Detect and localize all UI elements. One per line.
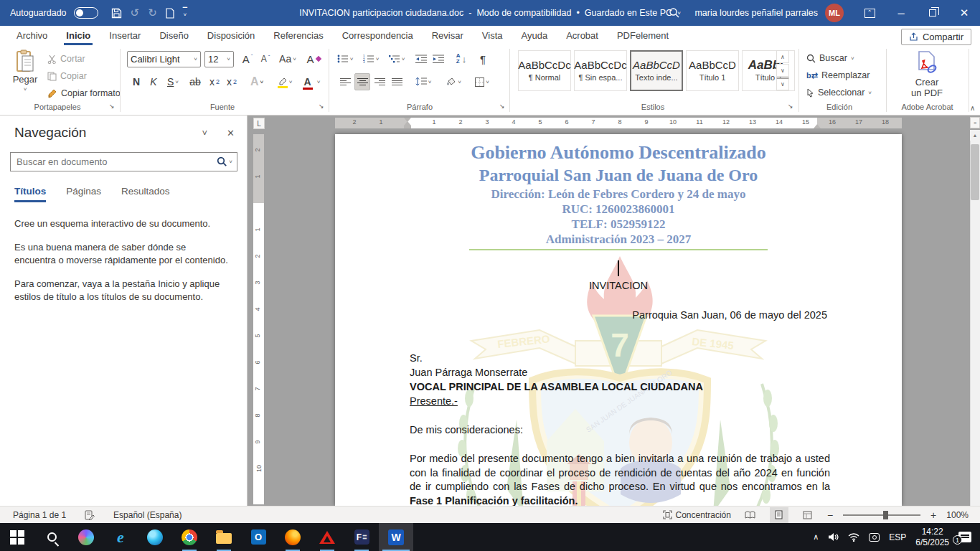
numbering-button[interactable]: 123˅ bbox=[360, 50, 382, 67]
decrease-indent-button[interactable] bbox=[413, 50, 429, 67]
vertical-ruler[interactable]: 2 1 1 2 3 4 5 6 7 8 9 10 bbox=[253, 134, 264, 504]
clear-formatting-button[interactable]: A bbox=[304, 50, 323, 67]
shading-button[interactable]: ˅ bbox=[442, 73, 465, 90]
page-indicator[interactable]: Página 1 de 1 bbox=[13, 510, 66, 520]
nav-pane-close-icon[interactable]: ✕ bbox=[227, 128, 235, 138]
align-right-button[interactable] bbox=[372, 73, 387, 90]
replace-button[interactable]: b⇄ Reemplazar bbox=[806, 67, 870, 83]
autosave-toggle[interactable] bbox=[74, 7, 98, 19]
underline-button[interactable]: S˅ bbox=[164, 73, 182, 90]
left-indent-marker[interactable] bbox=[404, 126, 411, 128]
grow-font-button[interactable]: Aˆ bbox=[239, 50, 256, 67]
new-doc-icon[interactable] bbox=[166, 8, 174, 19]
create-pdf-button[interactable]: Crearun PDF bbox=[898, 51, 956, 98]
wifi-icon[interactable] bbox=[848, 533, 859, 542]
volume-icon[interactable] bbox=[828, 532, 839, 542]
borders-button[interactable]: ˅ bbox=[471, 73, 494, 90]
styles-gallery-expand[interactable]: ∨ bbox=[776, 77, 789, 90]
taskbar-chrome-button[interactable] bbox=[172, 523, 207, 551]
tray-show-hidden-icons[interactable]: ∧ bbox=[813, 532, 819, 542]
justify-button[interactable] bbox=[389, 73, 405, 90]
minimize-button[interactable]: ─ bbox=[885, 0, 917, 26]
font-dialog-launcher[interactable]: ↘ bbox=[319, 103, 324, 110]
clipboard-dialog-launcher[interactable]: ↘ bbox=[109, 103, 115, 110]
share-button[interactable]: Compartir bbox=[901, 29, 971, 45]
undo-icon[interactable]: ↺ bbox=[131, 6, 140, 19]
multilevel-list-button[interactable]: ˅ bbox=[386, 50, 407, 67]
tab-pdfelement[interactable]: PDFelement bbox=[608, 26, 678, 45]
nav-search-dropdown-icon[interactable]: ˅ bbox=[229, 159, 232, 165]
style-normal[interactable]: AaBbCcDc¶ Normal bbox=[518, 50, 571, 91]
nav-search-input[interactable] bbox=[11, 156, 217, 167]
taskbar-start-button[interactable] bbox=[0, 523, 34, 551]
tab-acrobat[interactable]: Acrobat bbox=[557, 26, 608, 45]
tab-inicio[interactable]: Inicio bbox=[57, 26, 100, 45]
nav-tab-titulos[interactable]: Títulos bbox=[14, 186, 46, 197]
nav-tab-paginas[interactable]: Páginas bbox=[66, 186, 101, 197]
tab-revisar[interactable]: Revisar bbox=[423, 26, 473, 45]
taskbar-firefox-button[interactable] bbox=[275, 523, 310, 551]
italic-button[interactable]: K bbox=[146, 73, 161, 90]
nav-search-icon[interactable] bbox=[217, 156, 227, 167]
increase-indent-button[interactable] bbox=[430, 50, 446, 67]
nav-tab-resultados[interactable]: Resultados bbox=[121, 186, 170, 197]
cut-button[interactable]: Cortar bbox=[47, 51, 85, 67]
style-texto-independiente[interactable]: AaBbCcDTexto inde... bbox=[630, 50, 683, 91]
font-family-select[interactable]: Calibri Light˅ bbox=[127, 51, 201, 67]
tab-vista[interactable]: Vista bbox=[473, 26, 512, 45]
styles-dialog-launcher[interactable]: ↘ bbox=[788, 103, 793, 110]
scrollbar-thumb[interactable] bbox=[971, 144, 979, 200]
align-left-button[interactable] bbox=[337, 73, 353, 90]
zoom-in-button[interactable]: + bbox=[930, 509, 936, 521]
close-button[interactable]: ✕ bbox=[948, 0, 980, 26]
align-center-button[interactable] bbox=[354, 73, 370, 90]
saved-status[interactable]: Guardado en Este PC bbox=[585, 8, 672, 18]
nav-pane-options-icon[interactable]: ˅ bbox=[202, 128, 207, 138]
zoom-level[interactable]: 100% bbox=[946, 510, 969, 520]
language-indicator[interactable]: Español (España) bbox=[113, 510, 182, 520]
document-content[interactable]: Gobierno Autónomo Descentralizado Parroq… bbox=[335, 134, 902, 506]
subscript-button[interactable]: x2 bbox=[207, 73, 222, 90]
show-marks-button[interactable]: ¶ bbox=[475, 50, 491, 67]
focus-mode-button[interactable]: Concentración bbox=[663, 510, 731, 520]
redo-icon[interactable]: ↻ bbox=[148, 6, 157, 19]
tab-ayuda[interactable]: Ayuda bbox=[512, 26, 557, 45]
ribbon-display-options-button[interactable]: ⌃ bbox=[854, 0, 885, 26]
read-mode-button[interactable] bbox=[741, 507, 760, 523]
taskbar-pdfelement-button[interactable]: F☰ bbox=[344, 523, 379, 551]
zoom-out-button[interactable]: − bbox=[827, 509, 833, 521]
save-icon[interactable] bbox=[111, 8, 122, 19]
zoom-slider-thumb[interactable] bbox=[883, 511, 888, 519]
customize-qat-icon[interactable]: ▔˅ bbox=[183, 9, 187, 17]
select-button[interactable]: Seleccionar˅ bbox=[806, 85, 872, 100]
proofing-icon[interactable] bbox=[85, 510, 95, 520]
meet-now-icon[interactable] bbox=[869, 533, 880, 542]
highlight-button[interactable]: ˅ bbox=[274, 73, 296, 90]
tray-language[interactable]: ESP bbox=[889, 532, 906, 542]
tray-clock[interactable]: 14:226/5/2025 bbox=[915, 527, 949, 548]
taskbar-word-button[interactable]: W bbox=[379, 523, 413, 551]
print-layout-button[interactable] bbox=[770, 507, 788, 523]
bold-button[interactable]: N bbox=[129, 73, 143, 90]
taskbar-copilot-button[interactable] bbox=[69, 523, 103, 551]
taskbar-search-button[interactable] bbox=[34, 523, 69, 551]
sort-button[interactable]: AZ↓ bbox=[452, 50, 471, 67]
text-effects-button[interactable]: A˅ bbox=[247, 73, 267, 90]
copy-button[interactable]: Copiar bbox=[47, 68, 87, 84]
paragraph-dialog-launcher[interactable]: ↘ bbox=[499, 103, 505, 110]
tab-disposicion[interactable]: Disposición bbox=[198, 26, 264, 45]
styles-scroll-down[interactable]: ∨ bbox=[776, 64, 789, 77]
collapse-ribbon-button[interactable]: ∧ bbox=[970, 104, 975, 112]
horizontal-ruler[interactable]: 2 1 1 2 3 4 5 6 7 8 9 10 11 12 13 14 15 … bbox=[335, 118, 902, 128]
restore-button[interactable] bbox=[917, 0, 948, 26]
document-page[interactable]: FEBRERO DE 1945 7 SAN JUAN DE JUANA DE O… bbox=[335, 134, 902, 506]
change-case-button[interactable]: Aa˅ bbox=[277, 50, 298, 67]
taskbar-acrobat-button[interactable] bbox=[310, 523, 344, 551]
taskb ar-file-explorer-button[interactable] bbox=[207, 523, 241, 551]
tab-diseno[interactable]: Diseño bbox=[150, 26, 197, 45]
taskbar-internet-explorer-button[interactable]: e bbox=[103, 523, 138, 551]
user-name[interactable]: maria lourdes peñafiel parrales bbox=[694, 8, 818, 18]
right-indent-marker[interactable] bbox=[814, 124, 821, 128]
ruler-toggle-button[interactable]: ≡ bbox=[970, 117, 980, 128]
style-titulo-1[interactable]: AaBbCcDTítulo 1 bbox=[686, 50, 739, 91]
